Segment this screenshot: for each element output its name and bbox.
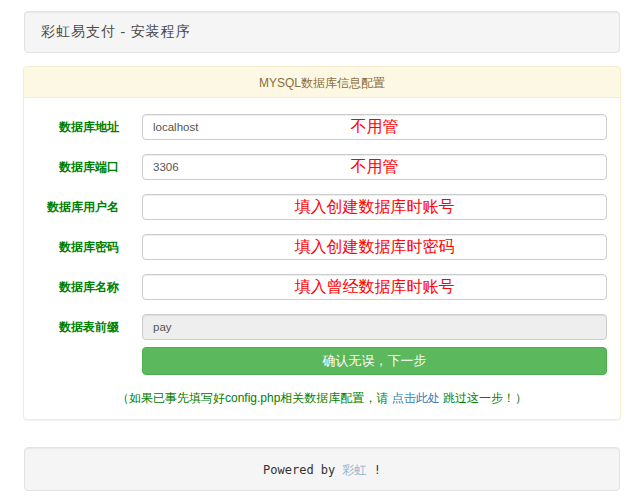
table-prefix-input-wrap [142, 314, 607, 340]
db-username-label: 数据库用户名 [37, 199, 119, 216]
confirm-next-button[interactable]: 确认无误，下一步 [142, 347, 607, 375]
table-prefix-input [142, 314, 607, 340]
skip-note-prefix: （如果已事先填写好config.php相关数据库配置，请 [117, 391, 392, 405]
button-row: 确认无误，下一步 [142, 347, 607, 375]
footer-prefix: Powered by [263, 463, 342, 477]
form-row-db-host: 数据库地址 不用管 [37, 114, 607, 140]
panel-heading: MYSQL数据库信息配置 [24, 67, 620, 98]
rainbow-link[interactable]: 彩虹 [343, 463, 367, 477]
form-row-db-name: 数据库名称 填入曾经数据库时账号 [37, 274, 607, 300]
db-port-input[interactable] [142, 154, 607, 180]
db-password-input[interactable] [142, 234, 607, 260]
db-password-input-wrap: 填入创建数据库时密码 [142, 234, 607, 260]
db-name-input-wrap: 填入曾经数据库时账号 [142, 274, 607, 300]
form-row-table-prefix: 数据表前缀 [37, 314, 607, 340]
header-well: 彩虹易支付 - 安装程序 [24, 11, 620, 53]
db-username-input[interactable] [142, 194, 607, 220]
panel-title: MYSQL数据库信息配置 [259, 76, 385, 90]
db-password-label: 数据库密码 [37, 239, 119, 256]
db-name-label: 数据库名称 [37, 279, 119, 296]
form-row-db-password: 数据库密码 填入创建数据库时密码 [37, 234, 607, 260]
footer-suffix: ! [367, 463, 381, 477]
footer-well: Powered by 彩虹 ! [24, 447, 620, 491]
db-host-input-wrap: 不用管 [142, 114, 607, 140]
mysql-config-panel: MYSQL数据库信息配置 数据库地址 不用管 数据库端口 不用管 数据库用户名 … [23, 66, 621, 420]
panel-body: 数据库地址 不用管 数据库端口 不用管 数据库用户名 填入创建数据库时账号 数据… [24, 98, 620, 419]
skip-link[interactable]: 点击此处 [392, 391, 440, 405]
db-host-input[interactable] [142, 114, 607, 140]
db-name-input[interactable] [142, 274, 607, 300]
db-port-input-wrap: 不用管 [142, 154, 607, 180]
skip-note-suffix: 跳过这一步！） [440, 391, 527, 405]
db-username-input-wrap: 填入创建数据库时账号 [142, 194, 607, 220]
table-prefix-label: 数据表前缀 [37, 319, 119, 336]
page-title: 彩虹易支付 - 安装程序 [41, 24, 603, 40]
form-row-db-username: 数据库用户名 填入创建数据库时账号 [37, 194, 607, 220]
form-row-db-port: 数据库端口 不用管 [37, 154, 607, 180]
db-port-label: 数据库端口 [37, 159, 119, 176]
db-host-label: 数据库地址 [37, 119, 119, 136]
skip-note: （如果已事先填写好config.php相关数据库配置，请 点击此处 跳过这一步！… [37, 390, 607, 407]
